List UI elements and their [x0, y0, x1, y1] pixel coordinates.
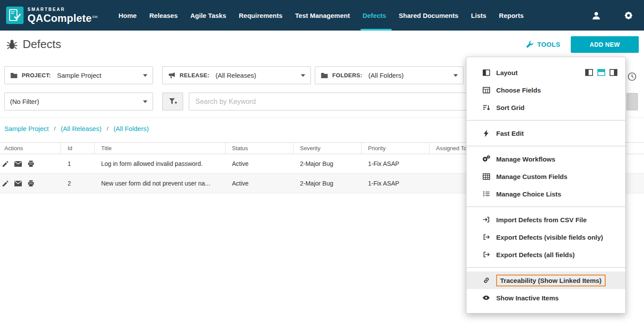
sort-grid-icon	[482, 104, 491, 111]
edit-pencil-icon[interactable]	[2, 180, 9, 187]
scrollbar[interactable]	[627, 93, 638, 110]
export-icon	[482, 251, 491, 258]
nav-item-test-management[interactable]: Test Management	[294, 0, 351, 31]
chevron-down-icon	[453, 74, 458, 77]
tools-dropdown-menu: Layout	[466, 57, 626, 313]
folder-icon	[320, 72, 328, 79]
cell-id: 2	[61, 180, 95, 187]
lightning-bolt-icon	[482, 130, 491, 137]
brand-logo[interactable]: SMARTBEAR QACompleteSM	[6, 7, 98, 24]
menu-item-manage-workflows[interactable]: Manage Workflows	[467, 150, 625, 168]
top-navbar: SMARTBEAR QACompleteSM Home Releases Agi…	[0, 0, 644, 31]
column-header-actions[interactable]: Actions	[0, 143, 61, 154]
traceability-highlight-box: Traceability (Show Linked Items)	[496, 275, 606, 286]
menu-item-layout[interactable]: Layout	[467, 64, 625, 81]
settings-gear-icon[interactable]	[624, 10, 634, 21]
add-new-button[interactable]: ADD NEW	[571, 36, 639, 53]
cell-id: 1	[61, 160, 95, 167]
smartbear-label: SMARTBEAR	[27, 7, 98, 12]
eye-icon	[482, 295, 491, 301]
nav-item-requirements[interactable]: Requirements	[238, 0, 283, 31]
nav-item-home[interactable]: Home	[118, 0, 138, 31]
project-value: Sample Project	[57, 72, 102, 79]
nav-item-agile-tasks[interactable]: Agile Tasks	[190, 0, 227, 31]
column-header-title[interactable]: Title	[95, 143, 225, 154]
menu-item-sort-grid[interactable]: Sort Grid	[467, 99, 625, 116]
choose-fields-icon	[482, 87, 491, 93]
menu-item-choose-fields[interactable]: Choose Fields	[467, 81, 625, 99]
menu-item-show-inactive-items[interactable]: Show Inactive Items	[467, 289, 625, 306]
layout-top-panel-icon[interactable]	[597, 69, 605, 76]
breadcrumb-project-link[interactable]: Sample Project	[4, 125, 49, 132]
chevron-down-icon	[143, 100, 147, 103]
add-filter-button[interactable]	[162, 93, 183, 110]
main-nav: Home Releases Agile Tasks Requirements T…	[118, 0, 525, 31]
layout-left-panel-icon[interactable]	[585, 69, 593, 76]
export-icon	[482, 234, 491, 241]
table-grid-icon	[482, 173, 491, 180]
release-dropdown[interactable]: RELEASE: (All Releases)	[162, 66, 311, 84]
column-header-status[interactable]: Status	[225, 143, 293, 154]
page-title: Defects	[23, 38, 61, 51]
folders-value: (All Folders)	[368, 72, 404, 79]
breadcrumb-separator: /	[107, 125, 109, 132]
menu-item-export-defects-all[interactable]: Export Defects (all fields)	[467, 246, 625, 263]
email-envelope-icon[interactable]	[14, 181, 22, 186]
release-value: (All Releases)	[215, 72, 256, 79]
trademark-label: SM	[92, 15, 97, 19]
project-dropdown[interactable]: PROJECT: Sample Project	[4, 66, 153, 84]
cell-severity: 2-Major Bug	[293, 160, 361, 167]
qacomplete-app: SMARTBEAR QACompleteSM Home Releases Agi…	[0, 0, 644, 327]
column-header-priority[interactable]: Priority	[361, 143, 429, 154]
layout-right-panel-icon[interactable]	[610, 69, 617, 76]
chevron-down-icon	[143, 74, 147, 77]
nav-item-shared-documents[interactable]: Shared Documents	[398, 0, 460, 31]
breadcrumb-folders-link[interactable]: (All Folders)	[113, 125, 149, 132]
nav-item-defects[interactable]: Defects	[361, 0, 387, 31]
nav-item-reports[interactable]: Reports	[498, 0, 525, 31]
menu-item-export-defects-visible[interactable]: Export Defects (visible fields only)	[467, 228, 625, 246]
menu-item-manage-choice-lists[interactable]: Manage Choice Lists	[467, 185, 625, 203]
bug-icon	[6, 38, 18, 50]
breadcrumb: Sample Project / (All Releases) / (All F…	[4, 125, 149, 132]
megaphone-icon	[168, 72, 176, 79]
cell-priority: 1-Fix ASAP	[361, 180, 429, 187]
cell-severity: 2-Major Bug	[293, 180, 361, 187]
cell-title: New user form did not prevent user na...	[95, 180, 225, 187]
folder-icon	[10, 72, 18, 79]
list-icon	[482, 191, 491, 197]
project-label: PROJECT:	[22, 72, 51, 79]
nav-item-lists[interactable]: Lists	[470, 0, 487, 31]
release-label: RELEASE:	[180, 72, 209, 79]
email-envelope-icon[interactable]	[14, 161, 22, 167]
print-icon[interactable]	[27, 160, 34, 167]
saved-filter-dropdown[interactable]: (No Filter)	[4, 93, 153, 110]
column-header-severity[interactable]: Severity	[293, 143, 361, 154]
product-name: QACompleteSM	[27, 13, 98, 24]
cell-priority: 1-Fix ASAP	[361, 160, 429, 167]
chevron-down-icon	[301, 74, 305, 77]
menu-item-fast-edit[interactable]: Fast Edit	[467, 124, 625, 142]
nav-item-releases[interactable]: Releases	[148, 0, 178, 31]
history-clock-icon[interactable]	[627, 72, 637, 83]
menu-item-manage-custom-fields[interactable]: Manage Custom Fields	[467, 168, 625, 185]
cell-status: Active	[225, 180, 293, 187]
link-icon	[482, 277, 491, 284]
cell-title: Log in form allowed invalid password.	[95, 160, 225, 167]
gears-icon	[482, 155, 491, 162]
edit-pencil-icon[interactable]	[2, 161, 9, 167]
breadcrumb-release-link[interactable]: (All Releases)	[61, 125, 101, 132]
menu-item-traceability[interactable]: Traceability (Show Linked Items)	[467, 272, 625, 289]
column-header-id[interactable]: Id	[61, 143, 95, 154]
breadcrumb-separator: /	[54, 125, 56, 132]
filter-value: (No Filter)	[10, 98, 39, 105]
folders-dropdown[interactable]: FOLDERS: (All Folders)	[315, 66, 463, 84]
folders-label: FOLDERS:	[332, 72, 362, 79]
print-icon[interactable]	[27, 180, 34, 187]
layout-icon	[482, 69, 491, 76]
menu-item-import-defects-csv[interactable]: Import Defects from CSV File	[467, 211, 625, 228]
user-icon[interactable]	[592, 11, 601, 20]
page-header: Defects TOOLS ADD NEW	[0, 31, 644, 58]
tools-button[interactable]: TOOLS	[526, 41, 560, 48]
funnel-plus-icon	[169, 98, 177, 105]
